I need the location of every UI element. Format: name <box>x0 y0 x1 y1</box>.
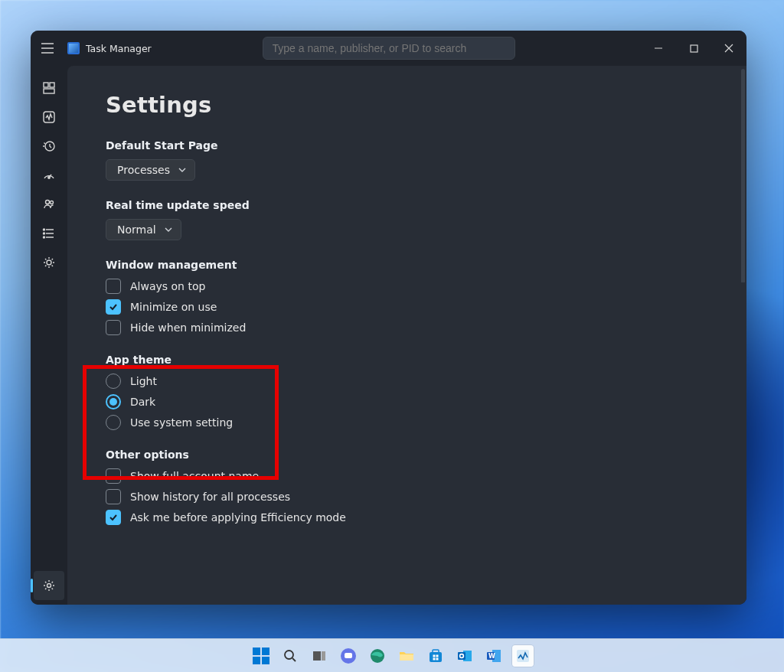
sidebar-item-performance[interactable] <box>34 103 64 132</box>
scrollbar[interactable] <box>741 69 745 602</box>
svg-rect-4 <box>44 89 54 93</box>
checkbox-label: Show full account name <box>130 470 259 482</box>
section-title: Window management <box>106 259 746 271</box>
svg-rect-19 <box>345 653 352 658</box>
titlebar: Task Manager <box>31 31 746 66</box>
taskbar-app-edge[interactable] <box>367 645 388 667</box>
section-title: App theme <box>106 354 746 366</box>
checkbox-ask-efficiency-mode[interactable]: Ask me before applying Efficiency mode <box>106 510 746 525</box>
checkbox-icon <box>106 510 121 525</box>
checkbox-icon <box>106 489 121 504</box>
taskbar-app-outlook[interactable] <box>454 645 475 667</box>
window-controls <box>641 31 746 66</box>
radio-label: Use system setting <box>130 416 233 429</box>
history-icon <box>42 139 56 153</box>
search-box[interactable] <box>263 37 515 60</box>
sidebar-item-users[interactable] <box>34 190 64 219</box>
checkbox-history-all-processes[interactable]: Show history for all processes <box>106 489 746 504</box>
section-update-speed: Real time update speed Normal <box>106 199 746 240</box>
taskbar-app-explorer[interactable] <box>396 645 417 667</box>
radio-theme-dark[interactable]: Dark <box>106 394 746 409</box>
svg-rect-25 <box>436 654 439 657</box>
search-input[interactable] <box>273 42 505 54</box>
sidebar-item-app-history[interactable] <box>34 132 64 161</box>
svg-point-13 <box>47 260 51 265</box>
svg-point-7 <box>48 177 50 178</box>
settings-panel: Settings Default Start Page Processes Re… <box>67 66 746 605</box>
close-button[interactable] <box>711 31 746 66</box>
maximize-icon <box>690 44 698 53</box>
taskbar-app-store[interactable] <box>425 645 446 667</box>
sidebar-item-settings[interactable] <box>34 571 64 600</box>
radio-theme-system[interactable]: Use system setting <box>106 415 746 430</box>
checkbox-full-account-name[interactable]: Show full account name <box>106 468 746 484</box>
svg-rect-27 <box>436 657 439 660</box>
chevron-down-icon <box>178 165 187 175</box>
section-other-options: Other options Show full account name Sho… <box>106 449 746 525</box>
svg-rect-17 <box>322 651 325 661</box>
svg-point-12 <box>44 237 45 238</box>
radio-theme-light[interactable]: Light <box>106 374 746 389</box>
checkbox-label: Hide when minimized <box>130 321 246 334</box>
svg-text:W: W <box>488 653 495 660</box>
sidebar-item-startup-apps[interactable] <box>34 161 64 190</box>
checkbox-hide-when-minimized[interactable]: Hide when minimized <box>106 320 746 335</box>
checkbox-icon <box>106 279 121 294</box>
edge-icon <box>369 648 386 664</box>
section-title: Default Start Page <box>106 139 746 152</box>
section-default-start-page: Default Start Page Processes <box>106 139 746 181</box>
taskbar-app-chat[interactable] <box>338 645 359 667</box>
section-title: Real time update speed <box>106 199 746 211</box>
radio-label: Dark <box>130 396 155 408</box>
svg-rect-1 <box>44 83 48 87</box>
taskbar-taskview-button[interactable] <box>309 645 330 667</box>
checkbox-label: Show history for all processes <box>130 491 290 503</box>
close-icon <box>724 44 733 53</box>
sidebar-item-details[interactable] <box>34 219 64 248</box>
svg-rect-22 <box>430 652 442 662</box>
dropdown-value: Processes <box>117 164 170 176</box>
chat-icon <box>340 648 357 664</box>
taskbar-search-button[interactable] <box>279 645 301 667</box>
dropdown-value: Normal <box>117 223 156 236</box>
grid-icon <box>42 81 56 95</box>
svg-point-14 <box>47 584 51 588</box>
svg-point-10 <box>44 229 45 230</box>
svg-point-15 <box>285 651 293 659</box>
minimize-button[interactable] <box>641 31 676 66</box>
nav-toggle-button[interactable] <box>31 31 64 66</box>
svg-rect-2 <box>50 83 54 87</box>
windows-logo-icon <box>253 648 270 664</box>
services-icon <box>42 256 56 269</box>
svg-point-11 <box>44 233 45 234</box>
section-app-theme: App theme Light Dark Use system setting <box>106 354 746 430</box>
taskbar-app-word[interactable]: W <box>483 645 505 667</box>
checkbox-icon <box>106 320 121 335</box>
start-button[interactable] <box>250 645 272 667</box>
taskmanager-icon <box>515 648 531 664</box>
sidebar <box>31 66 67 605</box>
chevron-down-icon <box>164 225 173 234</box>
taskbar-app-task-manager[interactable] <box>512 645 534 667</box>
checkbox-always-on-top[interactable]: Always on top <box>106 279 746 294</box>
taskbar: W <box>0 638 784 672</box>
task-manager-window: Task Manager <box>31 31 746 605</box>
section-window-management: Window management Always on top Minimize… <box>106 259 746 335</box>
update-speed-dropdown[interactable]: Normal <box>106 219 181 240</box>
activity-icon <box>42 110 56 124</box>
svg-point-8 <box>46 201 50 204</box>
maximize-button[interactable] <box>676 31 711 66</box>
sidebar-item-processes[interactable] <box>34 73 64 103</box>
page-title: Settings <box>106 92 746 118</box>
svg-rect-0 <box>691 45 697 52</box>
radio-icon <box>106 415 121 430</box>
hamburger-icon <box>41 43 54 54</box>
checkbox-minimize-on-use[interactable]: Minimize on use <box>106 299 746 315</box>
sidebar-item-services[interactable] <box>34 248 64 277</box>
checkbox-icon <box>106 299 121 315</box>
folder-icon <box>398 648 415 664</box>
gear-icon <box>42 579 56 592</box>
default-start-page-dropdown[interactable]: Processes <box>106 159 195 181</box>
list-icon <box>42 227 56 240</box>
users-icon <box>42 197 56 211</box>
